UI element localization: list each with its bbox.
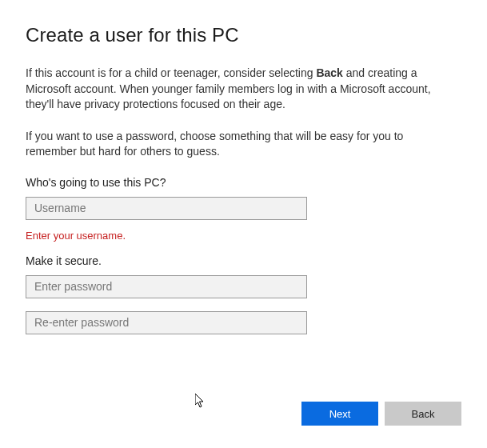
username-error: Enter your username. [26, 230, 461, 242]
desc1-part-a: If this account is for a child or teenag… [26, 66, 316, 79]
page-title: Create a user for this PC [26, 24, 461, 46]
next-button[interactable]: Next [301, 402, 378, 426]
cursor-icon [195, 394, 208, 410]
button-bar: Next Back [301, 402, 461, 426]
username-input[interactable] [26, 197, 307, 220]
back-button[interactable]: Back [385, 402, 461, 426]
account-description-1: If this account is for a child or teenag… [26, 66, 457, 113]
username-section-label: Who's going to use this PC? [26, 176, 461, 189]
password-section-label: Make it secure. [26, 254, 461, 267]
confirm-password-input[interactable] [26, 311, 307, 334]
password-input[interactable] [26, 275, 307, 298]
desc1-bold-back: Back [316, 66, 342, 79]
account-description-2: If you want to use a password, choose so… [26, 129, 457, 160]
